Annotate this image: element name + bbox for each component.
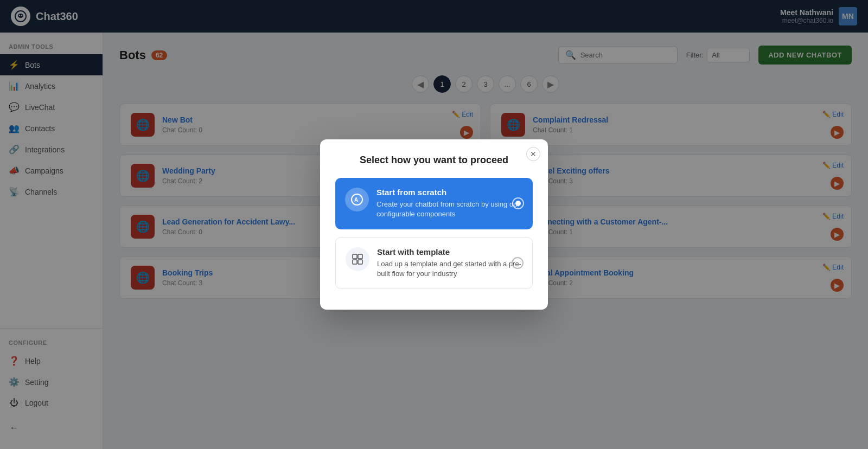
scratch-radio — [512, 197, 524, 209]
scratch-icon: A — [345, 188, 369, 211]
svg-rect-9 — [358, 260, 362, 264]
svg-rect-8 — [358, 254, 362, 259]
template-option-title: Start with template — [377, 247, 522, 256]
modal-overlay[interactable]: ✕ Select how you want to proceed A Start… — [0, 0, 868, 449]
modal-title: Select how you want to proceed — [335, 155, 533, 166]
start-from-scratch-option[interactable]: A Start from scratch Create your chatbot… — [335, 178, 533, 229]
modal: ✕ Select how you want to proceed A Start… — [320, 139, 548, 310]
scratch-option-text: Start from scratch Create your chatbot f… — [376, 188, 523, 219]
template-radio — [512, 257, 524, 269]
svg-text:A: A — [354, 197, 358, 203]
template-option-text: Start with template Load up a template a… — [377, 247, 522, 279]
template-option-desc: Load up a template and get started with … — [377, 259, 522, 279]
svg-rect-6 — [353, 254, 357, 259]
scratch-option-title: Start from scratch — [376, 188, 523, 197]
modal-close-button[interactable]: ✕ — [526, 147, 540, 161]
scratch-option-desc: Create your chatbot from scratch by usin… — [376, 200, 523, 219]
start-with-template-option[interactable]: Start with template Load up a template a… — [335, 237, 533, 289]
svg-rect-7 — [353, 260, 357, 264]
template-icon — [346, 247, 369, 271]
